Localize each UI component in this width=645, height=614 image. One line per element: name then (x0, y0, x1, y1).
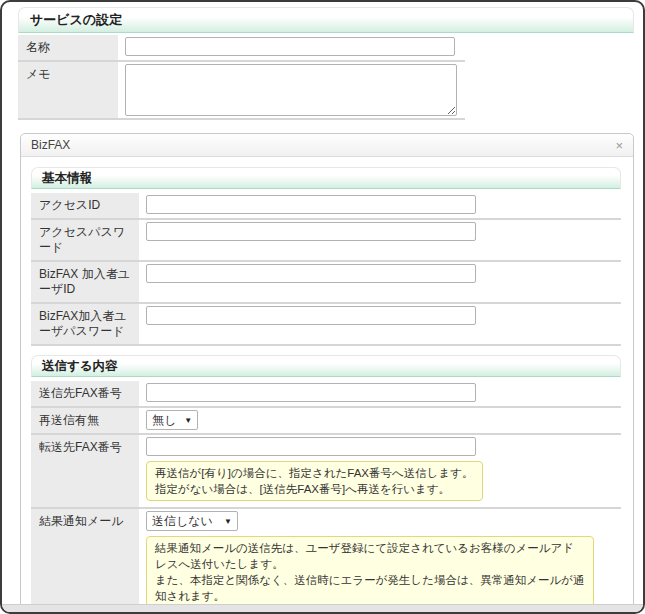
access-password-label: アクセスパスワード (31, 220, 139, 260)
subscriber-user-id-input[interactable] (146, 264, 476, 283)
resend-row: 再送信有無 無し ▼ (31, 408, 621, 435)
general-form: 名称 メモ (18, 35, 465, 120)
memo-row: メモ (18, 62, 465, 120)
result-mail-row: 結果通知メール 送信しない ▼ 結果通知メールの送信先は、ユーザ登録にて設定され… (31, 509, 621, 614)
window-footer-strip (2, 604, 643, 612)
bizfax-panel-header: BizFAX × (21, 134, 633, 157)
basic-info-section-header: 基本情報 (31, 167, 621, 189)
access-password-row: アクセスパスワード (31, 220, 621, 262)
bizfax-panel: BizFAX × 基本情報 アクセスID アクセスパスワード BizFAX 加入 (20, 133, 634, 614)
send-content-section-title: 送信する内容 (42, 358, 118, 375)
subscriber-user-password-row: BizFAX加入者ユーザパスワード (31, 304, 621, 346)
send-content-section-header: 送信する内容 (31, 355, 621, 377)
page-title-bar: サービスの設定 (18, 7, 634, 33)
bizfax-panel-title: BizFAX (31, 138, 70, 152)
resend-select[interactable]: 無し ▼ (146, 410, 198, 430)
resend-label: 再送信有無 (31, 408, 139, 433)
name-input[interactable] (125, 37, 455, 56)
bizfax-panel-body: 基本情報 アクセスID アクセスパスワード BizFAX 加入者ユーザID (21, 157, 633, 614)
service-settings-window: サービスの設定 名称 メモ BizFAX × 基本情報 アクセスID (0, 0, 645, 614)
close-icon[interactable]: × (615, 139, 623, 152)
subscriber-user-id-row: BizFAX 加入者ユーザID (31, 262, 621, 304)
result-mail-note: 結果通知メールの送信先は、ユーザ登録にて設定されているお客様のメールアドレスへ送… (146, 536, 594, 608)
fax-to-label: 送信先FAX番号 (31, 381, 139, 406)
chevron-down-icon: ▼ (224, 517, 232, 526)
memo-textarea[interactable] (125, 64, 457, 116)
fax-to-input[interactable] (146, 383, 476, 402)
basic-info-section-title: 基本情報 (42, 170, 92, 187)
name-label: 名称 (18, 35, 118, 60)
subscriber-user-password-input[interactable] (146, 306, 476, 325)
subscriber-user-password-label: BizFAX加入者ユーザパスワード (31, 304, 139, 344)
access-id-input[interactable] (146, 195, 476, 214)
access-id-row: アクセスID (31, 193, 621, 220)
access-password-input[interactable] (146, 222, 476, 241)
forward-fax-label: 転送先FAX番号 (31, 435, 139, 507)
page-title: サービスの設定 (30, 11, 122, 29)
access-id-label: アクセスID (31, 193, 139, 218)
fax-to-row: 送信先FAX番号 (31, 381, 621, 408)
resend-select-value: 無し (152, 412, 176, 429)
result-mail-select-value: 送信しない (152, 513, 213, 530)
result-mail-label: 結果通知メール (31, 509, 139, 614)
result-mail-select[interactable]: 送信しない ▼ (146, 511, 238, 531)
forward-fax-row: 転送先FAX番号 再送信が[有り]の場合に、指定されたFAX番号へ送信します。 … (31, 435, 621, 509)
subscriber-user-id-label: BizFAX 加入者ユーザID (31, 262, 139, 302)
forward-fax-note: 再送信が[有り]の場合に、指定されたFAX番号へ送信します。 指定がない場合は、… (146, 461, 483, 501)
memo-label: メモ (18, 62, 118, 118)
forward-fax-input[interactable] (146, 437, 476, 456)
chevron-down-icon: ▼ (184, 416, 192, 425)
name-row: 名称 (18, 35, 465, 62)
